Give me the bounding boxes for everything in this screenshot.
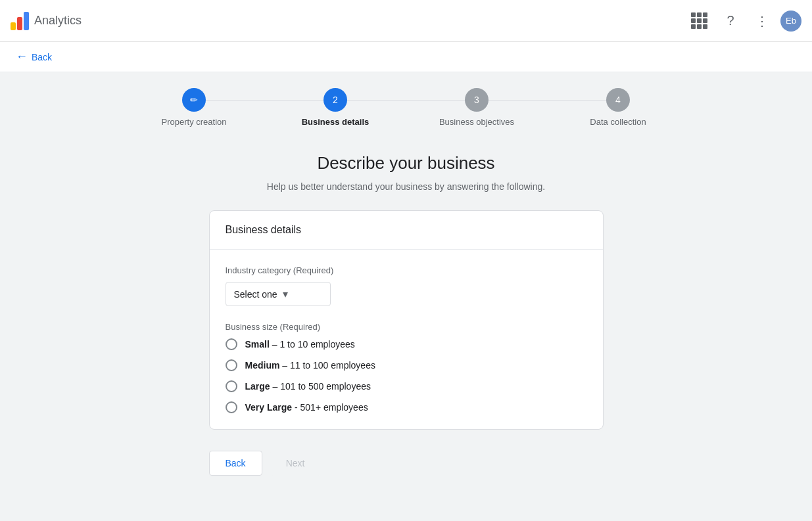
- card-body: Industry category (Required) Select one …: [210, 250, 603, 429]
- step-property-creation: ✏ Property creation: [124, 88, 265, 127]
- main-content: ✏ Property creation 2 Business details 3…: [0, 72, 812, 519]
- stepper: ✏ Property creation 2 Business details 3…: [124, 88, 689, 127]
- step-3-label: Business objectives: [439, 117, 514, 127]
- step-1-circle: ✏: [182, 88, 206, 112]
- card-header: Business details: [210, 211, 603, 250]
- back-arrow-icon: ←: [16, 50, 28, 64]
- logo: Analytics: [11, 12, 82, 30]
- radio-small[interactable]: Small – 1 to 10 employees: [226, 338, 587, 350]
- step-data-collection: 4 Data collection: [548, 88, 689, 127]
- step-4-number: 4: [615, 95, 621, 105]
- page-title: Describe your business: [317, 153, 494, 173]
- radio-medium-desc: – 11 to 100 employees: [279, 360, 375, 371]
- step-2-number: 2: [333, 95, 338, 105]
- radio-medium-bold: Medium: [245, 360, 280, 371]
- back-link-label: Back: [32, 52, 52, 62]
- logo-bar-2: [17, 17, 22, 30]
- industry-select[interactable]: Select one ▾: [226, 282, 331, 306]
- radio-very-large-circle: [226, 401, 237, 413]
- business-details-card: Business details Industry category (Requ…: [209, 210, 604, 430]
- help-button[interactable]: ?: [717, 8, 744, 34]
- radio-medium[interactable]: Medium – 11 to 100 employees: [226, 359, 587, 371]
- chevron-down-icon: ▾: [283, 288, 288, 300]
- step-3-circle: 3: [465, 88, 489, 112]
- radio-large-bold: Large: [245, 381, 270, 392]
- radio-very-large-bold: Very Large: [245, 402, 293, 413]
- radio-large[interactable]: Large – 101 to 500 employees: [226, 380, 587, 392]
- back-nav: ← Back: [0, 42, 812, 72]
- button-row: Back Next: [209, 451, 604, 476]
- radio-small-label: Small – 1 to 10 employees: [245, 339, 355, 350]
- header-actions: ? ⋮ Eb: [686, 8, 801, 34]
- industry-label: Industry category (Required): [226, 265, 587, 275]
- help-icon: ?: [727, 13, 734, 28]
- step-2-label: Business details: [302, 117, 370, 127]
- step-4-circle: 4: [606, 88, 630, 112]
- industry-field: Industry category (Required) Select one …: [226, 265, 587, 306]
- radio-small-desc: – 1 to 10 employees: [270, 339, 355, 350]
- business-size-section: Business size (Required) Small – 1 to 10…: [226, 322, 587, 413]
- back-button[interactable]: Back: [209, 451, 262, 476]
- app-title: Analytics: [34, 14, 82, 28]
- avatar[interactable]: Eb: [780, 11, 801, 32]
- analytics-logo-icon: [11, 12, 29, 30]
- radio-medium-label: Medium – 11 to 100 employees: [245, 360, 375, 371]
- step-2-circle: 2: [323, 88, 347, 112]
- step-1-label: Property creation: [162, 117, 227, 127]
- radio-very-large-label: Very Large - 501+ employees: [245, 402, 368, 413]
- step-business-details: 2 Business details: [265, 88, 406, 127]
- radio-very-large[interactable]: Very Large - 501+ employees: [226, 401, 587, 413]
- business-size-radio-group: Small – 1 to 10 employees Medium – 11 to…: [226, 338, 587, 413]
- step-4-label: Data collection: [590, 117, 646, 127]
- radio-large-circle: [226, 380, 237, 392]
- industry-select-value: Select one: [234, 289, 277, 300]
- step-3-number: 3: [474, 95, 479, 105]
- radio-medium-circle: [226, 359, 237, 371]
- logo-bar-1: [11, 22, 16, 30]
- business-size-label: Business size (Required): [226, 322, 587, 332]
- radio-small-circle: [226, 338, 237, 350]
- radio-large-label: Large – 101 to 500 employees: [245, 381, 371, 392]
- step-1-check-icon: ✏: [190, 95, 198, 105]
- radio-large-desc: – 101 to 500 employees: [270, 381, 371, 392]
- back-link[interactable]: ← Back: [16, 50, 52, 64]
- apps-button[interactable]: [686, 8, 712, 34]
- step-business-objectives: 3 Business objectives: [406, 88, 548, 127]
- next-button[interactable]: Next: [270, 451, 321, 476]
- radio-very-large-desc: - 501+ employees: [292, 402, 368, 413]
- more-icon: ⋮: [755, 13, 769, 29]
- page-subtitle: Help us better understand your business …: [267, 181, 545, 192]
- app-header: Analytics ? ⋮ Eb: [0, 0, 812, 42]
- grid-icon: [691, 12, 707, 29]
- radio-small-bold: Small: [245, 339, 270, 350]
- more-options-button[interactable]: ⋮: [749, 8, 775, 34]
- logo-bar-3: [24, 12, 29, 30]
